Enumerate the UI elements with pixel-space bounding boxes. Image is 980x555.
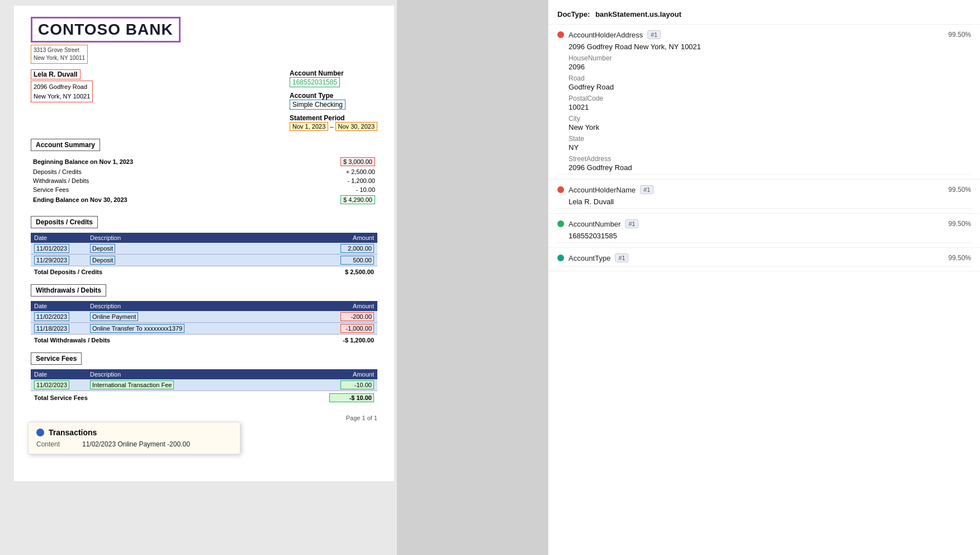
field-header-left: AccountType#1 — [557, 253, 628, 262]
withdrawal-row: 11/02/2023 Online Payment -200.00 — [31, 311, 377, 323]
field-score-accountnumber: 99.50% — [948, 220, 971, 228]
deposits-table: Date Description Amount 11/01/2023 Depos… — [31, 233, 377, 276]
account-number-label: Account Number — [290, 69, 344, 77]
summary-row: Withdrawals / Debits- 1,200.00 — [32, 177, 376, 185]
right-panel[interactable]: DocType: bankStatement.us.layout Account… — [548, 0, 980, 555]
deposits-col-desc: Description — [87, 233, 321, 243]
tooltip-content-value: 11/02/2023 Online Payment -200.00 — [82, 440, 190, 448]
status-dot-accountnumber — [557, 220, 564, 227]
withdrawals-table: Date Description Amount 11/02/2023 Onlin… — [31, 301, 377, 345]
doctype-bar: DocType: bankStatement.us.layout — [548, 6, 980, 25]
sub-field-value-postalcode: 10021 — [569, 103, 971, 111]
field-header-accounttype[interactable]: AccountType#199.50% — [557, 251, 971, 265]
deposits-total-row: Total Deposits / Credits$ 2,500.00 — [31, 266, 377, 277]
deposits-header: Deposits / Credits — [31, 216, 98, 228]
document-panel: CONTOSO BANK 3313 Grove Street New York,… — [0, 0, 397, 555]
field-value-accountholderaddress: 2096 Godfrey Road New York, NY 10021 — [557, 41, 971, 52]
tooltip-popup: Transactions Content 11/02/2023 Online P… — [28, 422, 240, 454]
account-type-label: Account Type — [290, 92, 333, 100]
fees-total-row: Total Service Fees-$ 10.00 — [31, 391, 377, 404]
sub-field-name-postalcode: PostalCode — [569, 95, 971, 102]
field-score-accounttype: 99.50% — [948, 254, 971, 262]
field-name-accountholdername: AccountHolderName — [569, 186, 636, 194]
sub-field-name-city: City — [569, 115, 971, 123]
field-group-accountnumber[interactable]: AccountNumber#199.50%168552031585 — [548, 214, 980, 248]
account-number-value: 168552031585 — [290, 77, 340, 87]
field-badge-accountnumber: #1 — [625, 219, 638, 228]
field-header-accountholdername[interactable]: AccountHolderName#199.50% — [557, 183, 971, 196]
field-divider — [557, 174, 971, 175]
sub-field-value-streetaddress: 2096 Godfrey Road — [569, 163, 971, 172]
sub-field-postalcode: PostalCode10021 — [557, 92, 971, 112]
tooltip-title: Transactions — [36, 428, 232, 437]
sub-field-value-road: Godfrey Road — [569, 83, 971, 91]
deposit-row: 11/01/2023 Deposit 2,000.00 — [31, 243, 377, 255]
field-value-accountholdername: Lela R. Duvall — [557, 196, 971, 207]
summary-row: Ending Balance on Nov 30, 2023$ 4,290.00 — [32, 195, 376, 205]
field-header-left: AccountNumber#1 — [557, 219, 638, 228]
withdrawals-total-row: Total Withdrawals / Debits-$ 1,200.00 — [31, 335, 377, 345]
bank-logo: CONTOSO BANK — [31, 17, 181, 43]
deposits-col-date: Date — [31, 233, 87, 243]
summary-table: Beginning Balance on Nov 1, 2023$ 3,000.… — [31, 156, 377, 206]
withdrawals-col-desc: Description — [87, 301, 321, 311]
sub-field-housenumber: HouseNumber2096 — [557, 52, 971, 72]
account-header: Lela R. Duvall 2096 Godfrey Road New Yor… — [31, 69, 377, 131]
withdrawals-col-date: Date — [31, 301, 87, 311]
sub-field-city: CityNew York — [557, 112, 971, 133]
field-name-accounttype: AccountType — [569, 254, 610, 262]
account-info: Account Number 168552031585 Account Type… — [290, 69, 377, 131]
period-end: Nov 30, 2023 — [335, 122, 377, 131]
field-badge-accountholdername: #1 — [640, 185, 654, 194]
deposit-row: 11/29/2023 Deposit 500.00 — [31, 255, 377, 266]
summary-row: Service Fees- 10.00 — [32, 186, 376, 194]
field-name-accountholderaddress: AccountHolderAddress — [569, 31, 643, 39]
doctype-value: bankStatement.us.layout — [595, 10, 681, 18]
customer-name: Lela R. Duvall — [31, 69, 81, 79]
tooltip-content-label: Content — [36, 440, 75, 448]
account-summary-header: Account Summary — [31, 139, 100, 151]
status-dot-accountholdername — [557, 186, 564, 193]
field-score-accountholdername: 99.50% — [948, 186, 971, 194]
account-type-value: Simple Checking — [290, 100, 345, 110]
sub-field-streetaddress: StreetAddress2096 Godfrey Road — [557, 153, 971, 173]
fee-row: 11/02/2023 International Transaction Fee… — [31, 379, 377, 391]
customer-address: 2096 Godfrey Road New York, NY 10021 — [31, 81, 93, 102]
bank-address: 3313 Grove Street New York, NY 10011 — [31, 45, 88, 64]
field-group-accountholderaddress[interactable]: AccountHolderAddress#199.50%2096 Godfrey… — [548, 25, 980, 180]
sub-field-road: RoadGodfrey Road — [557, 72, 971, 92]
period-dash: – — [330, 123, 333, 130]
field-badge-accounttype: #1 — [615, 253, 628, 262]
status-dot-accounttype — [557, 255, 564, 261]
field-name-accountnumber: AccountNumber — [569, 220, 621, 228]
field-header-accountholderaddress[interactable]: AccountHolderAddress#199.50% — [557, 28, 971, 41]
field-divider — [557, 242, 971, 243]
fees-col-date: Date — [31, 369, 87, 379]
service-fees-header: Service Fees — [31, 352, 82, 365]
summary-row: Deposits / Credits+ 2,500.00 — [32, 168, 376, 176]
sub-field-name-streetaddress: StreetAddress — [569, 155, 971, 163]
field-group-accountholdername[interactable]: AccountHolderName#199.50%Lela R. Duvall — [548, 180, 980, 214]
middle-panel — [397, 0, 548, 555]
sub-field-value-city: New York — [569, 123, 971, 131]
deposits-col-amount: Amount — [321, 233, 377, 243]
field-score-accountholderaddress: 99.50% — [948, 31, 971, 39]
fees-table: Date Description Amount 11/02/2023 Inter… — [31, 369, 377, 403]
field-header-accountnumber[interactable]: AccountNumber#199.50% — [557, 217, 971, 231]
fields-container: AccountHolderAddress#199.50%2096 Godfrey… — [548, 25, 980, 271]
customer-info: Lela R. Duvall 2096 Godfrey Road New Yor… — [31, 69, 93, 131]
doctype-label: DocType: — [557, 10, 590, 18]
withdrawal-row: 11/18/2023 Online Transfer To xxxxxxxx13… — [31, 323, 377, 335]
sub-field-value-state: NY — [569, 143, 971, 152]
sub-field-name-housenumber: HouseNumber — [569, 54, 971, 62]
field-header-left: AccountHolderName#1 — [557, 185, 654, 194]
tooltip-content-row: Content 11/02/2023 Online Payment -200.0… — [36, 440, 232, 448]
withdrawals-header: Withdrawals / Debits — [31, 284, 106, 297]
field-group-accounttype[interactable]: AccountType#199.50% — [548, 248, 980, 271]
tooltip-dot-icon — [36, 429, 44, 436]
fees-col-desc: Description — [87, 369, 321, 379]
sub-field-value-housenumber: 2096 — [569, 63, 971, 71]
statement-period-label: Statement Period — [290, 114, 345, 122]
sub-field-state: StateNY — [557, 133, 971, 153]
field-badge-accountholderaddress: #1 — [647, 30, 661, 39]
